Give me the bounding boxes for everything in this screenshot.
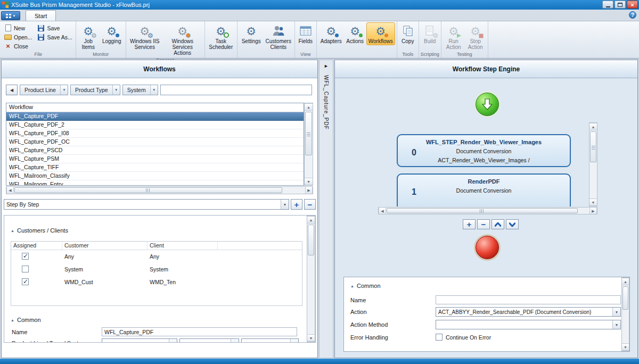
workflow-step-card[interactable]: 1 RenderPDF Document Conversion <box>397 173 571 206</box>
close-button[interactable]: × <box>627 1 638 9</box>
step-name-field[interactable] <box>436 295 621 304</box>
product-line-combo[interactable]: ▼ <box>102 338 177 343</box>
workflow-row[interactable]: WFL_Capture_PDF_OC <box>6 138 304 146</box>
form-vertical-scrollbar[interactable]: ▲ ▼ <box>621 277 629 351</box>
workflow-row[interactable]: WFL_Capture_PDF <box>6 112 304 121</box>
scrollbar-track[interactable] <box>386 208 589 214</box>
scroll-down-button[interactable]: ▼ <box>589 198 597 206</box>
steps-vertical-scrollbar[interactable]: ▲ ▼ <box>589 122 597 206</box>
workflows-button[interactable]: ⚙ Workflows <box>366 22 395 45</box>
open-button[interactable]: Open... <box>3 32 34 42</box>
dropdown-arrow-icon[interactable]: ▼ <box>281 200 289 209</box>
save-button[interactable]: Save <box>36 23 73 32</box>
run-workflow-button[interactable] <box>476 93 499 116</box>
actions-button[interactable]: ⚙ Actions <box>345 22 366 45</box>
scrollbar-thumb[interactable] <box>590 131 596 162</box>
add-workflow-button[interactable]: + <box>291 199 302 210</box>
product-type-combo[interactable]: ▼ <box>179 338 239 343</box>
workflow-row[interactable]: WFL_Capture_PSM <box>6 155 304 163</box>
windows-iis-services-button[interactable]: ⚙⚙ Windows IIS Services <box>128 22 162 51</box>
scrollbar-track[interactable] <box>305 111 313 178</box>
adapters-button[interactable]: ⚙ Adapters <box>318 22 344 45</box>
scrollbar-thumb[interactable] <box>305 112 312 155</box>
customer-row[interactable]: WMD_Cust WMD_Ten <box>11 276 302 288</box>
dropdown-arrow-icon[interactable]: ▼ <box>112 85 120 95</box>
dropdown-arrow-icon[interactable]: ▼ <box>290 339 298 343</box>
common-section-header[interactable]: ▲ Common <box>350 283 381 289</box>
move-step-down-button[interactable] <box>506 219 519 229</box>
workflow-row[interactable]: WFL_Mailroom_Classify <box>6 172 304 180</box>
scroll-up-button[interactable]: ▲ <box>307 216 315 224</box>
scrollbar-track[interactable] <box>622 285 629 343</box>
scroll-up-button[interactable]: ▲ <box>622 278 629 285</box>
action-method-combo[interactable]: ▼ <box>436 320 621 329</box>
task-scheduler-button[interactable]: ⚙ Task Scheduler <box>207 22 235 51</box>
remove-step-button[interactable]: − <box>477 219 490 229</box>
scroll-right-button[interactable]: ▶ <box>589 208 597 214</box>
close-project-button[interactable]: ×Close <box>3 42 34 51</box>
maximize-button[interactable] <box>615 1 626 9</box>
action-combo[interactable]: ACT_ABBYY_Render_Searchable_PDF (Documen… <box>436 307 621 317</box>
scrollbar-track[interactable] <box>307 224 315 334</box>
workflow-search-input[interactable] <box>160 85 312 95</box>
assigned-checkbox[interactable] <box>22 278 29 285</box>
job-items-button[interactable]: ⚙⚙ Job Items <box>78 22 99 51</box>
back-button[interactable]: ◀ <box>6 85 18 95</box>
scroll-left-button[interactable]: ◀ <box>379 208 386 214</box>
workflow-table-vertical-scrollbar[interactable]: ▲ ▼ <box>304 103 313 186</box>
stop-action-button[interactable]: ⚙ Stop Action <box>465 22 486 51</box>
workflow-row[interactable]: WFL_Capture_PDF_2 <box>6 121 304 129</box>
dropdown-arrow-icon[interactable]: ▼ <box>231 339 239 343</box>
scroll-right-button[interactable]: ▶ <box>305 187 313 194</box>
app-menu-button[interactable]: ▼ <box>1 11 20 20</box>
scrollbar-track[interactable] <box>589 130 597 198</box>
common-section-header[interactable]: ▲ Common <box>11 317 41 323</box>
product-type-filter-button[interactable]: Product Type ▼ <box>70 85 120 95</box>
fields-button[interactable]: Fields <box>297 22 315 45</box>
expand-icon[interactable]: ► <box>324 63 329 69</box>
steps-horizontal-scrollbar[interactable]: ◀ ▶ <box>378 207 597 214</box>
help-button[interactable]: ? <box>629 11 636 19</box>
run-action-button[interactable]: ⚙ Run Action <box>443 22 464 51</box>
continue-on-error-checkbox[interactable] <box>436 334 443 341</box>
windows-services-actions-button[interactable]: ⚙⚙ Windows Services Actions <box>162 22 203 57</box>
dropdown-arrow-icon[interactable]: ▼ <box>169 339 177 343</box>
scrollbar-track[interactable] <box>14 187 305 194</box>
scrollbar-thumb[interactable] <box>622 286 628 310</box>
scroll-up-button[interactable]: ▲ <box>589 123 597 130</box>
save-as-button[interactable]: Save As... <box>36 32 73 42</box>
collapsed-workflow-pane[interactable]: ► WFL_Capture_PDF <box>319 60 333 358</box>
copy-button[interactable]: Copy <box>399 22 417 45</box>
workflow-row[interactable]: WFL_Capture_PDF_I08 <box>6 129 304 138</box>
customers-clients-section-header[interactable]: ▲ Customers / Clients <box>11 227 68 234</box>
logging-button[interactable]: ⚙ Logging <box>100 22 124 45</box>
workflow-table-horizontal-scrollbar[interactable]: ◀ ▶ <box>6 186 313 194</box>
build-button[interactable]: ⚙ Build <box>421 22 439 45</box>
scrollbar-thumb[interactable] <box>308 225 314 255</box>
step-mode-combo[interactable]: Step By Step ▼ <box>4 199 289 210</box>
move-step-up-button[interactable] <box>491 219 504 229</box>
scroll-left-button[interactable]: ◀ <box>6 187 14 194</box>
workflow-column-header[interactable]: Workflow <box>6 103 304 112</box>
dropdown-arrow-icon[interactable]: ▼ <box>612 320 620 329</box>
customers-clients-button[interactable]: Customers Clients <box>264 22 293 51</box>
assigned-checkbox[interactable] <box>22 253 29 260</box>
product-line-filter-button[interactable]: Product Line ▼ <box>20 85 68 95</box>
remove-workflow-button[interactable]: − <box>304 199 316 210</box>
minimize-button[interactable] <box>602 1 613 9</box>
scroll-down-button[interactable]: ▼ <box>307 334 315 342</box>
system-combo[interactable]: ▼ <box>241 338 299 343</box>
scrollbar-thumb[interactable] <box>387 208 578 213</box>
customer-row[interactable]: Any Any <box>11 250 302 263</box>
dropdown-arrow-icon[interactable]: ▼ <box>60 85 68 95</box>
tab-start[interactable]: Start <box>26 10 56 21</box>
stop-workflow-button[interactable] <box>476 236 499 259</box>
customer-row[interactable]: System System <box>11 263 302 276</box>
add-step-button[interactable]: + <box>463 219 476 229</box>
workflow-step-card[interactable]: 0 WFL_STEP_Render_Web_Viewer_Images Docu… <box>397 134 571 167</box>
workflow-row[interactable]: WFL_Capture_TIFF <box>6 163 304 172</box>
dropdown-arrow-icon[interactable]: ▼ <box>150 85 158 95</box>
scroll-down-button[interactable]: ▼ <box>305 178 313 185</box>
new-button[interactable]: New <box>3 23 34 32</box>
scroll-up-button[interactable]: ▲ <box>305 103 313 111</box>
